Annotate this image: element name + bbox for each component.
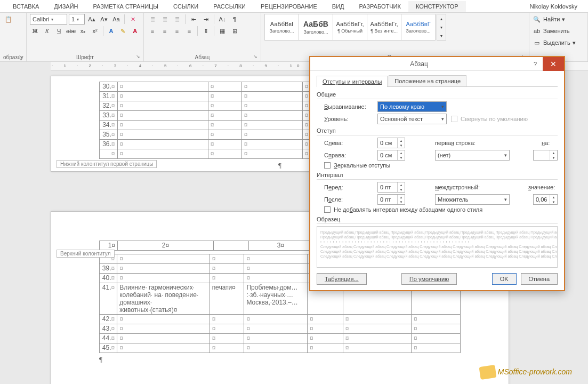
tab-layout[interactable]: РАЗМЕТКА СТРАНИЦЫ <box>86 1 166 12</box>
text-effects-icon[interactable]: A <box>106 26 116 36</box>
before-label: Перед: <box>324 184 373 190</box>
dialog-close-button[interactable]: ✕ <box>543 57 564 71</box>
strike-button[interactable]: abc <box>66 26 76 36</box>
styles-group: АаБбВвІЗаголово... АаБбВЗаголово... АаБб… <box>261 13 529 61</box>
noadd-checkbox[interactable]: Не добавлять интервал между абзацами одн… <box>324 206 482 213</box>
tab-review[interactable]: РЕЦЕНЗИРОВАНИЕ <box>253 1 325 12</box>
font-color-icon[interactable]: A <box>130 26 140 36</box>
table-row[interactable]: 42.¤¤¤¤¤¤¤ <box>100 315 461 324</box>
preview-box: Предыдущий абзац Предыдущий абзац Предыд… <box>317 226 558 268</box>
sort-icon[interactable]: A↓ <box>217 14 228 25</box>
tab-mailings[interactable]: РАССЫЛКИ <box>206 1 253 12</box>
replace-button[interactable]: abЗаменить <box>533 26 584 36</box>
section-general: Общие <box>317 91 558 99</box>
before-spinner[interactable]: 0 пт▲▼ <box>377 182 405 193</box>
underline-button[interactable]: Ч <box>54 26 64 36</box>
table-row[interactable]: 45.¤¤¤¤¤¤¤ <box>100 343 461 353</box>
left-indent-spinner[interactable]: 0 см▲▼ <box>377 138 405 148</box>
subscript-button[interactable]: x₂ <box>78 26 88 36</box>
shrink-font-icon[interactable]: A▾ <box>99 14 109 25</box>
ribbon-tab-bar: ВСТАВКА ДИЗАЙН РАЗМЕТКА СТРАНИЦЫ ССЫЛКИ … <box>0 0 588 13</box>
watermark-icon <box>479 365 496 380</box>
mirror-indents-checkbox[interactable]: Зеркальные отступы <box>324 162 390 169</box>
tab-design[interactable]: ДИЗАЙН <box>46 1 85 12</box>
paragraph-launcher[interactable]: ↘ <box>253 54 260 60</box>
ribbon: 📋 образцу ↘ Calibri▾ 1▾ A▴ A▾ Aa ✕ Ж К Ч… <box>0 13 588 62</box>
font-name-combo[interactable]: Calibri▾ <box>30 14 67 25</box>
default-button[interactable]: По умолчанию <box>401 273 457 285</box>
tabs-button[interactable]: Табуляция... <box>317 273 367 285</box>
after-label: После: <box>324 196 373 203</box>
cancel-button[interactable]: Отмена <box>521 273 558 285</box>
dialog-help-button[interactable]: ? <box>528 61 543 67</box>
find-icon: 🔍 <box>533 16 541 23</box>
superscript-button[interactable]: x² <box>90 26 100 36</box>
multilevel-icon[interactable]: ≣ <box>172 14 182 25</box>
align-center-icon[interactable]: ≡ <box>159 26 170 36</box>
align-right-icon[interactable]: ≡ <box>172 26 182 36</box>
level-select[interactable]: Основной текст <box>377 114 447 124</box>
tab-constructor[interactable]: КОНСТРУКТОР <box>408 1 466 12</box>
right-indent-spinner[interactable]: 0 см▲▼ <box>377 150 405 161</box>
account-user[interactable]: Nikolay Koldovsky <box>519 3 588 10</box>
highlight-icon[interactable]: ✎ <box>118 26 128 36</box>
select-icon: ▭ <box>533 39 541 46</box>
dialog-tab-indents[interactable]: Отступы и интервалы <box>317 76 388 87</box>
linespacing-select[interactable]: Множитель <box>435 194 510 205</box>
style-heading3[interactable]: АаБбВвГЗаголово... <box>401 14 436 41</box>
increase-indent-icon[interactable]: ⇥ <box>200 14 211 25</box>
dialog-title: Абзац <box>310 60 528 68</box>
section-indent: Отступ <box>317 127 558 135</box>
font-size-combo[interactable]: 1▾ <box>69 14 85 25</box>
align-left-icon[interactable]: ≡ <box>147 26 158 36</box>
style-normal[interactable]: АаБбВвГг,¶ Обычный <box>333 14 367 41</box>
clipboard-launcher[interactable]: ↘ <box>19 54 25 60</box>
line-spacing-icon[interactable]: ⇕ <box>200 26 211 36</box>
paragraph-dialog: Абзац ? ✕ Отступы и интервалы Положение … <box>309 56 565 291</box>
style-nospacing[interactable]: АаБбВвГг,¶ Без инте... <box>367 14 401 41</box>
replace-icon: ab <box>533 28 541 34</box>
dialog-tab-position[interactable]: Положение на странице <box>389 75 466 86</box>
bold-button[interactable]: Ж <box>30 26 40 36</box>
tab-references[interactable]: ССЫЛКИ <box>166 1 206 12</box>
at-spinner[interactable]: 0,06▲▼ <box>533 194 558 205</box>
left-indent-label: Слева: <box>324 140 373 146</box>
bullets-icon[interactable]: ≣ <box>147 14 158 25</box>
style-heading2[interactable]: АаБбВЗаголово... <box>299 14 333 41</box>
italic-button[interactable]: К <box>42 26 52 36</box>
change-case-icon[interactable]: Aa <box>111 14 122 25</box>
tab-insert[interactable]: ВСТАВКА <box>5 1 46 12</box>
table-page2-head[interactable]: 1¤ 2¤ 3¤ <box>99 241 313 251</box>
clear-format-icon[interactable]: ✕ <box>127 14 138 25</box>
grow-font-icon[interactable]: A▴ <box>86 14 97 25</box>
styles-gallery[interactable]: АаБбВвІЗаголово... АаБбВЗаголово... АаБб… <box>264 14 435 41</box>
firstline-select[interactable]: (нет) <box>435 150 510 161</box>
format-painter-icon[interactable]: 📋 <box>3 14 14 25</box>
header-tag: Верхний колонтитул <box>57 250 115 258</box>
by-spinner[interactable]: ▲▼ <box>533 150 558 161</box>
shading-icon[interactable]: ▦ <box>217 26 228 36</box>
table-row[interactable]: 43.¤¤¤¤¤¤¤ <box>100 324 461 334</box>
font-group-label: Шрифт <box>30 53 140 61</box>
font-launcher[interactable]: ↘ <box>136 54 142 60</box>
justify-icon[interactable]: ≡ <box>184 26 195 36</box>
alignment-label: Выравнивание: <box>324 103 373 110</box>
find-button[interactable]: 🔍Найти ▾ <box>533 14 584 25</box>
alignment-select[interactable]: По левому краю <box>377 101 447 112</box>
styles-more[interactable]: ▴▾▾ <box>437 14 446 41</box>
select-button[interactable]: ▭Выделить ▾ <box>533 37 584 48</box>
ok-button[interactable]: OK <box>492 273 517 285</box>
style-heading1[interactable]: АаБбВвІЗаголово... <box>264 14 299 41</box>
tab-view[interactable]: ВИД <box>325 1 352 12</box>
paragraph-group: ≣ ≣ ≣ ⇤ ⇥ A↓ ¶ ≡ ≡ ≡ ≡ ⇕ ▦ ⊞ А <box>144 13 261 61</box>
table-row[interactable]: 44.¤¤¤¤¤¤¤ <box>100 334 461 343</box>
after-spinner[interactable]: 0 пт▲▼ <box>377 194 405 205</box>
collapse-checkbox: Свернуты по умолчанию <box>451 116 528 122</box>
footer-tag: Нижний колонтитул первой страницы <box>57 160 157 168</box>
numbering-icon[interactable]: ≣ <box>159 14 170 25</box>
tab-developer[interactable]: РАЗРАБОТЧИК <box>352 1 408 12</box>
show-marks-icon[interactable]: ¶ <box>229 14 240 25</box>
decrease-indent-icon[interactable]: ⇤ <box>188 14 199 25</box>
by-label: на: <box>542 140 558 146</box>
borders-icon[interactable]: ⊞ <box>229 26 240 36</box>
